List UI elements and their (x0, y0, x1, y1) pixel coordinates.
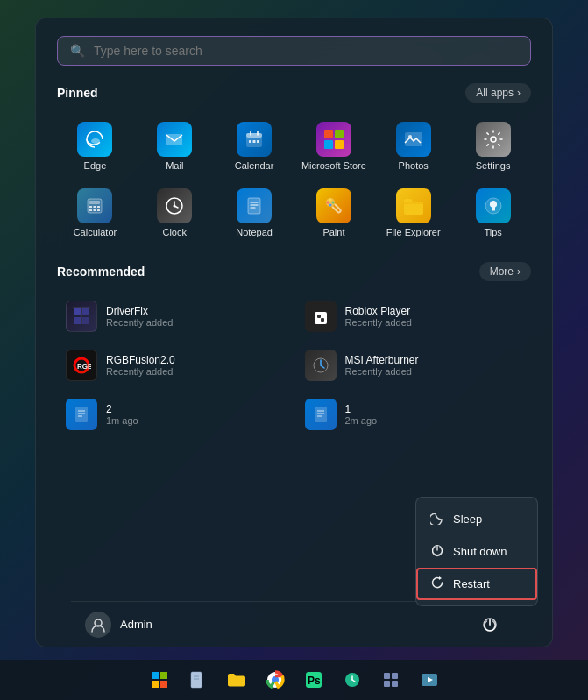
svg-rect-64 (160, 672, 167, 679)
rgbfusion-name: RGBFusion2.0 (106, 354, 175, 366)
svg-text:RGB: RGB (77, 363, 91, 371)
rgbfusion-info: RGBFusion2.0 Recently added (106, 354, 175, 377)
rec-roblox[interactable]: Roblox Player Recently added (296, 293, 532, 339)
store-label: Microsoft Store (301, 160, 366, 171)
recommended-title: Recommended (57, 265, 145, 279)
shutdown-button[interactable]: Shut down (416, 535, 537, 568)
svg-rect-20 (89, 209, 92, 211)
svg-rect-41 (82, 317, 89, 324)
all-apps-label: All apps (476, 87, 514, 99)
recommended-section: Recommended More › (57, 262, 531, 437)
svg-rect-6 (249, 140, 251, 143)
sleep-label: Sleep (453, 513, 482, 526)
app-tips[interactable]: Tips (455, 181, 531, 244)
svg-rect-44 (315, 312, 327, 324)
app-calculator[interactable]: Calculator (57, 181, 133, 244)
svg-rect-46 (321, 318, 324, 322)
power-button[interactable] (477, 612, 503, 638)
restart-button[interactable]: Restart (416, 568, 537, 600)
svg-rect-39 (82, 308, 89, 315)
taskbar-chrome[interactable] (259, 664, 291, 696)
notepad-icon (237, 188, 272, 223)
app-edge[interactable]: Edge (57, 115, 133, 178)
svg-rect-54 (315, 407, 327, 422)
all-apps-button[interactable]: All apps › (465, 83, 531, 103)
svg-rect-3 (246, 133, 262, 138)
clock-icon (157, 188, 192, 223)
more-label: More (490, 265, 514, 278)
recommended-grid: DriverFix Recently added Roblox Player R… (57, 293, 531, 437)
taskbar-files[interactable] (182, 664, 214, 696)
svg-rect-27 (248, 198, 260, 214)
roblox-name: Roblox Player (345, 305, 412, 317)
app-file-explorer[interactable]: File Explorer (375, 181, 451, 244)
rec-doc2[interactable]: 2 1m ago (57, 392, 293, 437)
sleep-button[interactable]: Sleep (416, 503, 537, 535)
svg-rect-18 (94, 206, 96, 208)
rec-driverfix[interactable]: DriverFix Recently added (57, 293, 293, 339)
doc2-info: 2 1m ago (106, 403, 138, 426)
svg-rect-40 (74, 317, 81, 324)
svg-rect-38 (74, 308, 81, 315)
svg-rect-21 (94, 209, 96, 211)
doc1-sub: 2m ago (345, 415, 378, 426)
app-paint[interactable]: Paint (296, 181, 372, 244)
tips-icon (476, 188, 511, 223)
user-section[interactable]: Admin (85, 612, 152, 638)
search-input[interactable] (94, 44, 518, 58)
taskbar-grid[interactable] (375, 664, 407, 696)
more-button[interactable]: More › (479, 262, 531, 281)
svg-rect-10 (335, 130, 344, 138)
roblox-sub: Recently added (345, 317, 412, 328)
svg-point-32 (326, 202, 329, 204)
clock-label: Clock (162, 227, 187, 237)
svg-rect-78 (392, 673, 398, 679)
driverfix-icon (66, 301, 97, 332)
app-calendar[interactable]: Calendar (216, 115, 293, 178)
svg-rect-80 (392, 681, 398, 687)
paint-icon (316, 188, 351, 223)
driverfix-name: DriverFix (106, 305, 173, 317)
svg-rect-79 (384, 681, 390, 687)
photos-icon (396, 122, 431, 157)
start-menu: 🔍 Pinned All apps › Edge (35, 18, 553, 647)
taskbar-start[interactable] (144, 664, 175, 696)
rec-msi[interactable]: MSI Afterburner Recently added (296, 343, 532, 388)
svg-point-26 (174, 205, 176, 208)
search-bar[interactable]: 🔍 (57, 36, 531, 66)
store-icon (316, 122, 351, 157)
doc1-icon (305, 399, 337, 430)
recommended-header: Recommended More › (57, 262, 531, 281)
rec-rgbfusion[interactable]: RGB RGBFusion2.0 Recently added (57, 343, 293, 388)
taskbar-folder[interactable] (221, 664, 252, 696)
app-microsoft-store[interactable]: Microsoft Store (296, 115, 372, 178)
settings-icon (476, 122, 511, 157)
taskbar-media[interactable] (414, 664, 445, 696)
taskbar-pycharm[interactable]: Ps (298, 664, 329, 696)
taskbar-clock[interactable] (337, 664, 368, 696)
power-menu: Sleep Shut down Restart (415, 497, 538, 606)
svg-rect-17 (89, 206, 92, 208)
rgbfusion-icon: RGB (66, 350, 97, 381)
svg-point-33 (329, 199, 331, 202)
svg-rect-50 (75, 407, 88, 422)
svg-rect-11 (324, 140, 333, 149)
notepad-label: Notepad (236, 227, 273, 237)
shutdown-icon (430, 543, 444, 560)
mail-label: Mail (166, 160, 183, 171)
rec-doc1[interactable]: 1 2m ago (296, 392, 532, 437)
bottom-bar: Admin (71, 601, 517, 647)
app-mail[interactable]: Mail (137, 115, 213, 178)
app-settings[interactable]: Settings (455, 115, 531, 178)
app-photos[interactable]: Photos (375, 115, 451, 178)
restart-icon (430, 576, 444, 592)
svg-rect-37 (492, 209, 495, 211)
doc2-name: 2 (106, 403, 138, 415)
app-clock[interactable]: Clock (137, 181, 213, 244)
svg-rect-19 (97, 206, 100, 208)
doc1-name: 1 (345, 403, 378, 415)
svg-rect-45 (317, 315, 321, 318)
app-notepad[interactable]: Notepad (216, 181, 293, 244)
roblox-icon (305, 301, 337, 332)
pinned-title: Pinned (57, 86, 98, 100)
